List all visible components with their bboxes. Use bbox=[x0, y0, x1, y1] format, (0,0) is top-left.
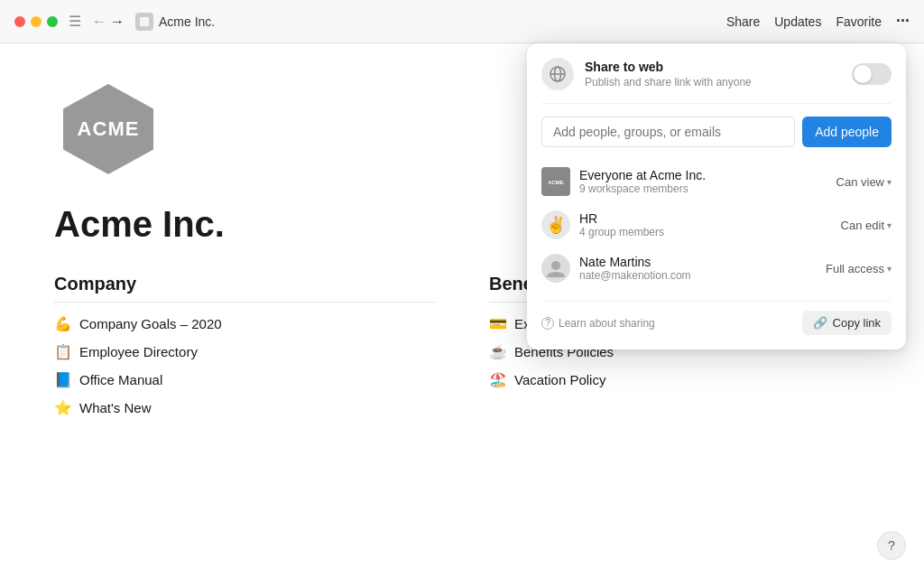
list-item[interactable]: 📘 Office Manual bbox=[54, 366, 435, 394]
close-button[interactable] bbox=[14, 16, 25, 27]
everyone-permission-text: Can view bbox=[836, 175, 884, 189]
more-options-icon[interactable]: ··· bbox=[896, 12, 910, 31]
toggle-knob bbox=[854, 65, 872, 83]
company-items: 💪 Company Goals – 2020 📋 Employee Direct… bbox=[54, 310, 435, 422]
vacation-policy-icon: 🏖️ bbox=[489, 371, 507, 388]
acme-avatar: ACME bbox=[541, 167, 570, 196]
titlebar: ☰ ← → Acme Inc. Share Updates Favorite ·… bbox=[0, 0, 924, 43]
nate-name: Nate Martins bbox=[579, 255, 817, 269]
titlebar-left: ☰ ← → Acme Inc. bbox=[14, 13, 215, 31]
company-section: Company 💪 Company Goals – 2020 📋 Employe… bbox=[54, 274, 435, 422]
traffic-lights bbox=[14, 16, 58, 27]
list-item[interactable]: 🏖️ Vacation Policy bbox=[489, 366, 870, 394]
learn-sharing-link[interactable]: ? Learn about sharing bbox=[541, 317, 655, 330]
back-arrow-icon[interactable]: ← bbox=[92, 14, 106, 30]
everyone-name: Everyone at Acme Inc. bbox=[579, 168, 827, 182]
vacation-policy-label: Vacation Policy bbox=[514, 372, 605, 387]
everyone-permission-level[interactable]: Can view ▾ bbox=[836, 175, 892, 189]
share-web-subtitle: Publish and share link with anyone bbox=[585, 76, 841, 89]
menu-icon[interactable]: ☰ bbox=[69, 13, 81, 30]
share-web-title: Share to web bbox=[585, 60, 841, 74]
whats-new-icon: ⭐ bbox=[54, 399, 72, 416]
favorite-button[interactable]: Favorite bbox=[836, 14, 882, 29]
whats-new-label: What's New bbox=[79, 400, 152, 415]
nate-permission-row: Nate Martins nate@makenotion.com Full ac… bbox=[541, 247, 892, 290]
share-toggle[interactable] bbox=[852, 63, 892, 85]
hr-name: HR bbox=[579, 211, 832, 226]
copy-link-text: Copy link bbox=[833, 316, 881, 330]
page-header: Acme Inc. bbox=[135, 13, 215, 31]
learn-sharing-text: Learn about sharing bbox=[559, 317, 655, 330]
chevron-down-icon: ▾ bbox=[887, 264, 892, 274]
popup-footer: ? Learn about sharing 🔗 Copy link bbox=[541, 301, 892, 335]
hr-info: HR 4 group members bbox=[579, 211, 832, 238]
updates-button[interactable]: Updates bbox=[774, 14, 821, 29]
employee-directory-label: Employee Directory bbox=[79, 344, 198, 359]
share-to-web-row: Share to web Publish and share link with… bbox=[541, 58, 892, 104]
office-manual-label: Office Manual bbox=[79, 372, 162, 387]
forward-arrow-icon[interactable]: → bbox=[110, 14, 125, 30]
share-web-text: Share to web Publish and share link with… bbox=[585, 60, 841, 89]
share-button[interactable]: Share bbox=[726, 14, 760, 29]
company-section-title: Company bbox=[54, 274, 435, 303]
employee-directory-icon: 📋 bbox=[54, 343, 72, 360]
question-circle-icon: ? bbox=[541, 317, 554, 330]
share-web-icon bbox=[541, 58, 574, 90]
nav-arrows: ← → bbox=[92, 14, 125, 30]
nate-sub: nate@makenotion.com bbox=[579, 269, 817, 282]
list-item[interactable]: 📋 Employee Directory bbox=[54, 338, 435, 366]
company-goals-label: Company Goals – 2020 bbox=[79, 316, 222, 331]
invite-input[interactable] bbox=[541, 117, 795, 147]
hr-permission-row: ✌️ HR 4 group members Can edit ▾ bbox=[541, 203, 892, 247]
svg-text:ACME: ACME bbox=[78, 117, 140, 140]
svg-rect-0 bbox=[140, 17, 149, 26]
company-goals-icon: 💪 bbox=[54, 315, 72, 332]
copy-link-button[interactable]: 🔗 Copy link bbox=[802, 311, 892, 335]
minimize-button[interactable] bbox=[31, 16, 42, 27]
list-item[interactable]: 💪 Company Goals – 2020 bbox=[54, 310, 435, 338]
everyone-sub: 9 workspace members bbox=[579, 182, 827, 195]
hr-permission-level[interactable]: Can edit ▾ bbox=[841, 219, 892, 232]
titlebar-title: Acme Inc. bbox=[159, 14, 215, 29]
benefits-policies-icon: ☕ bbox=[489, 343, 507, 360]
add-people-button[interactable]: Add people bbox=[802, 117, 892, 147]
office-manual-icon: 📘 bbox=[54, 371, 72, 388]
svg-point-8 bbox=[551, 261, 560, 270]
list-item[interactable]: ⭐ What's New bbox=[54, 394, 435, 422]
nate-avatar bbox=[541, 254, 570, 283]
help-button[interactable]: ? bbox=[877, 531, 906, 560]
everyone-permission-row: ACME Everyone at Acme Inc. 9 workspace m… bbox=[541, 160, 892, 203]
hr-permission-text: Can edit bbox=[841, 219, 884, 232]
nate-permission-text: Full access bbox=[826, 262, 884, 275]
hexagon-logo: ACME bbox=[54, 79, 162, 179]
chevron-down-icon: ▾ bbox=[887, 220, 892, 230]
expense-policy-icon: 💳 bbox=[489, 315, 507, 332]
titlebar-right: Share Updates Favorite ··· bbox=[726, 12, 910, 31]
hr-sub: 4 group members bbox=[579, 226, 832, 238]
page-icon bbox=[135, 13, 153, 31]
maximize-button[interactable] bbox=[47, 16, 58, 27]
nate-info: Nate Martins nate@makenotion.com bbox=[579, 255, 817, 282]
everyone-info: Everyone at Acme Inc. 9 workspace member… bbox=[579, 168, 827, 195]
link-icon: 🔗 bbox=[813, 316, 827, 330]
share-popup: Share to web Publish and share link with… bbox=[527, 43, 906, 350]
hr-avatar: ✌️ bbox=[541, 210, 570, 239]
nate-permission-level[interactable]: Full access ▾ bbox=[826, 262, 892, 275]
chevron-down-icon: ▾ bbox=[887, 177, 892, 187]
invite-row: Add people bbox=[541, 117, 892, 147]
svg-text:ACME: ACME bbox=[548, 180, 564, 185]
